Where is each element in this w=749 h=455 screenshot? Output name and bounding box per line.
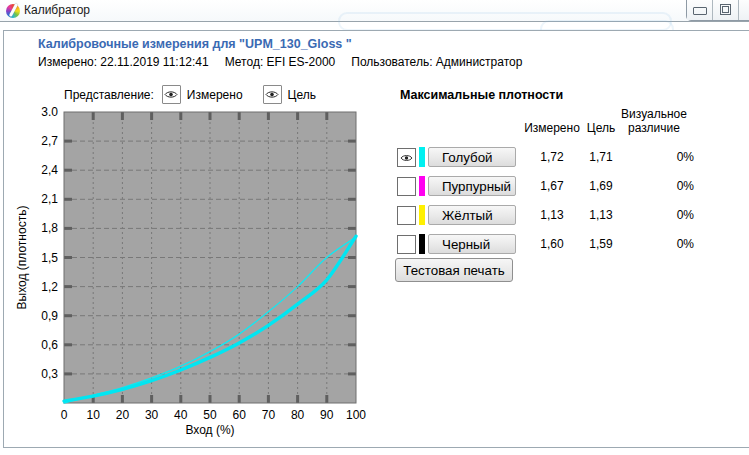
diff-value: 0% — [614, 205, 694, 225]
eye-icon — [265, 90, 279, 99]
color-swatch-yellow — [419, 205, 425, 225]
svg-text:20: 20 — [116, 408, 130, 422]
test-print-button[interactable]: Тестовая печать — [395, 258, 513, 282]
diff-value: 0% — [614, 147, 694, 167]
density-row-cyan: Голубой 1,72 1,71 0% — [4, 147, 749, 168]
color-swatch-black — [419, 234, 425, 254]
svg-text:0,9: 0,9 — [41, 309, 58, 323]
colorant-button-yellow[interactable]: Жёлтый — [428, 205, 516, 225]
row-visibility-checkbox[interactable] — [397, 148, 416, 167]
method-info: Метод: EFI ES-2000 — [225, 55, 336, 69]
svg-text:10: 10 — [87, 408, 101, 422]
color-swatch-magenta — [419, 176, 425, 196]
row-visibility-checkbox[interactable] — [397, 206, 416, 225]
colorant-button-magenta[interactable]: Пурпурный — [428, 176, 516, 196]
window-controls — [686, 0, 749, 21]
diff-value: 0% — [614, 234, 694, 254]
svg-text:60: 60 — [233, 408, 247, 422]
density-row-yellow: Жёлтый 1,13 1,13 0% — [4, 205, 749, 226]
page-title: Калибровочные измерения для "UPM_130_Glo… — [38, 37, 352, 51]
view-controls: Представление: Измерено Цель — [64, 85, 336, 104]
svg-text:100: 100 — [346, 408, 366, 422]
svg-text:0,6: 0,6 — [41, 338, 58, 352]
target-toggle-label: Цель — [288, 88, 316, 102]
user-info: Пользователь: Администратор — [351, 55, 522, 69]
window-title: Калибратор — [24, 3, 90, 17]
svg-text:90: 90 — [320, 408, 334, 422]
svg-text:1,2: 1,2 — [41, 280, 58, 294]
svg-text:80: 80 — [291, 408, 305, 422]
row-visibility-checkbox[interactable] — [397, 235, 416, 254]
target-visibility-toggle[interactable] — [263, 85, 282, 104]
minimize-icon — [693, 7, 707, 15]
svg-text:0: 0 — [61, 408, 68, 422]
svg-text:Вход (%): Вход (%) — [185, 423, 234, 437]
svg-text:3.0: 3.0 — [41, 105, 58, 119]
eye-icon — [164, 90, 178, 99]
density-row-black: Черный 1,60 1,59 0% — [4, 234, 749, 255]
measurement-info: Измерено: 22.11.2019 11:12:41Метод: EFI … — [38, 55, 538, 69]
svg-text:0,3: 0,3 — [41, 367, 58, 381]
diff-value: 0% — [614, 176, 694, 196]
colorant-button-black[interactable]: Черный — [428, 234, 516, 254]
view-label: Представление: — [64, 88, 154, 102]
eye-icon — [400, 154, 413, 162]
svg-text:40: 40 — [174, 408, 188, 422]
measured-info: Измерено: 22.11.2019 11:12:41 — [38, 55, 209, 69]
svg-text:70: 70 — [262, 408, 276, 422]
maximize-icon — [720, 4, 731, 15]
svg-text:30: 30 — [145, 408, 159, 422]
colorant-button-cyan[interactable]: Голубой — [428, 147, 516, 167]
background-artifact — [338, 12, 672, 31]
column-header-diff-line1: Визуальное — [614, 107, 694, 121]
svg-text:50: 50 — [203, 408, 217, 422]
max-densities-title: Максимальные плотности — [400, 88, 563, 102]
column-header-diff-line2: различие — [614, 121, 694, 135]
close-button[interactable] — [739, 0, 749, 20]
measured-toggle-label: Измерено — [187, 88, 243, 102]
content-panel: Калибровочные измерения для "UPM_130_Glo… — [3, 30, 749, 448]
maximize-button[interactable] — [713, 0, 739, 20]
titlebar[interactable]: Калибратор — [0, 0, 749, 22]
color-swatch-cyan — [419, 147, 425, 167]
density-row-magenta: Пурпурный 1,67 1,69 0% — [4, 176, 749, 197]
svg-text:2,7: 2,7 — [41, 134, 58, 148]
minimize-button[interactable] — [687, 0, 713, 20]
app-icon — [6, 4, 20, 18]
measured-visibility-toggle[interactable] — [162, 85, 181, 104]
row-visibility-checkbox[interactable] — [397, 177, 416, 196]
